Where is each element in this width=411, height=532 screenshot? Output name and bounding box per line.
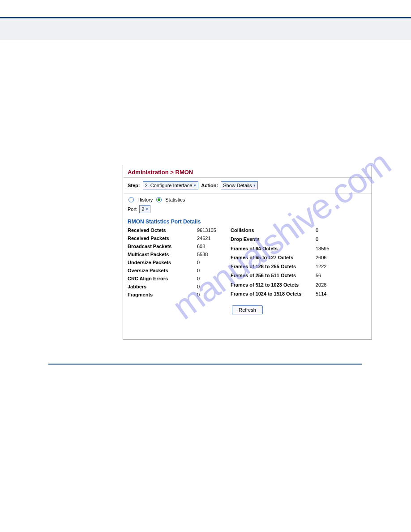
section-title: RMON Statistics Port Details — [123, 217, 372, 227]
breadcrumb: Administration > RMON — [123, 165, 372, 178]
stat-value: 0 — [316, 236, 338, 243]
step-select[interactable]: 2. Configure Interface ▾ — [143, 181, 199, 189]
stat-label: Frames of 512 to 1023 Octets — [231, 282, 316, 288]
page-bottom-border — [48, 364, 362, 365]
toolbar: Step: 2. Configure Interface ▾ Action: S… — [123, 178, 372, 193]
stat-value: 2028 — [316, 282, 338, 288]
action-select[interactable]: Show Details ▾ — [221, 181, 258, 189]
stat-value: 0 — [197, 292, 222, 297]
radio-statistics-label: Statistics — [165, 197, 185, 202]
stat-label: Received Octets — [128, 227, 197, 233]
port-row: Port 2 ▾ — [123, 204, 372, 217]
action-select-value: Show Details — [223, 183, 252, 188]
stats-col-left: Received Octets9613105 Received Packets2… — [128, 227, 222, 297]
chevron-down-icon: ▾ — [253, 183, 256, 188]
step-select-value: 2. Configure Interface — [145, 183, 193, 188]
stat-label: CRC Align Errors — [128, 276, 197, 281]
stat-value: 0 — [197, 284, 222, 289]
stat-value: 0 — [197, 268, 222, 273]
stat-label: Frames of 256 to 511 Octets — [231, 273, 316, 279]
page-header-band — [0, 18, 411, 40]
stat-value: 0 — [197, 276, 222, 281]
stat-label: Drop Events — [231, 236, 316, 243]
radio-history[interactable] — [128, 197, 134, 202]
stat-label: Frames of 65 to 127 Octets — [231, 255, 316, 261]
stat-label: Frames of 64 Octets — [231, 246, 316, 252]
stat-label: Fragments — [128, 292, 197, 297]
port-select[interactable]: 2 ▾ — [139, 205, 150, 213]
stat-label: Collisions — [231, 227, 316, 234]
stat-value: 5114 — [316, 291, 338, 297]
action-label: Action: — [201, 183, 218, 188]
stat-label: Multicast Packets — [128, 252, 197, 257]
stat-label: Oversize Packets — [128, 268, 197, 273]
radio-history-label: History — [137, 197, 153, 202]
stat-label: Jabbers — [128, 284, 197, 289]
stat-value: 56 — [316, 273, 338, 279]
stat-value: 9613105 — [197, 227, 222, 233]
port-select-value: 2 — [141, 206, 144, 212]
stat-value: 5538 — [197, 252, 222, 257]
stat-value: 24621 — [197, 236, 222, 241]
stat-value: 2606 — [316, 255, 338, 261]
stat-label: Frames of 1024 to 1518 Octets — [231, 291, 316, 297]
port-label: Port — [128, 206, 137, 212]
stat-label: Broadcast Packets — [128, 244, 197, 249]
refresh-button[interactable]: Refresh — [232, 305, 263, 314]
step-label: Step: — [128, 183, 140, 188]
stat-label: Undersize Packets — [128, 260, 197, 265]
chevron-down-icon: ▾ — [146, 207, 148, 211]
stat-label: Frames of 128 to 255 Octets — [231, 264, 316, 270]
stat-value: 1222 — [316, 264, 338, 270]
rmon-panel: Administration > RMON Step: 2. Configure… — [123, 165, 372, 339]
mode-radio-group: History Statistics — [123, 193, 372, 204]
refresh-row: Refresh — [123, 298, 372, 314]
stat-label: Received Packets — [128, 236, 197, 241]
stats-grid: Received Octets9613105 Received Packets2… — [123, 227, 372, 298]
stat-value: 13595 — [316, 246, 338, 252]
stat-value: 608 — [197, 244, 222, 249]
chevron-down-icon: ▾ — [194, 183, 196, 188]
stat-value: 0 — [197, 260, 222, 265]
radio-statistics[interactable] — [156, 197, 162, 202]
stat-value: 0 — [316, 227, 338, 234]
stats-col-right: Collisions0 Drop Events0 Frames of 64 Oc… — [231, 227, 338, 297]
